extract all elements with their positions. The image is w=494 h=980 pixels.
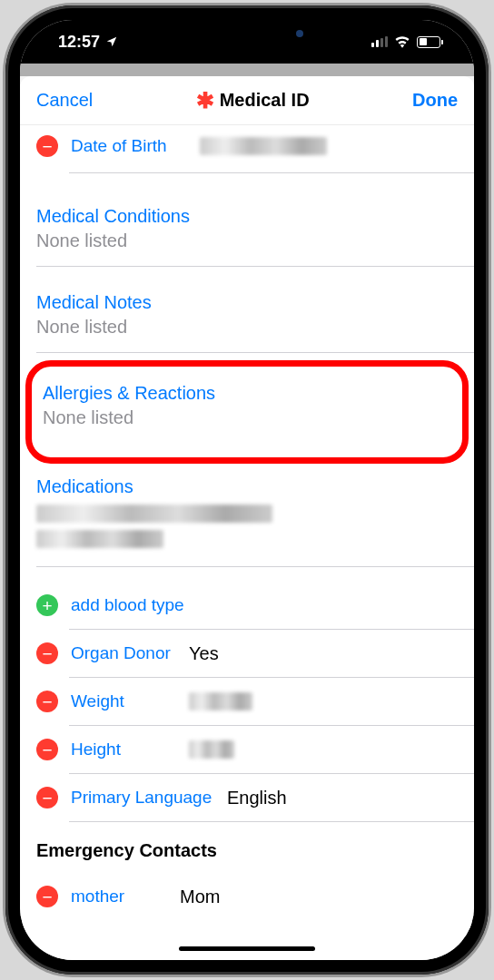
delete-icon[interactable]: − bbox=[36, 886, 58, 907]
organ-donor-row[interactable]: − Organ Donor Yes bbox=[20, 630, 474, 677]
screen: 12:57 Cancel bbox=[20, 20, 474, 960]
done-button[interactable]: Done bbox=[412, 90, 458, 111]
medications-section[interactable]: Medications bbox=[20, 471, 474, 559]
wifi-icon bbox=[394, 35, 410, 48]
delete-icon[interactable]: − bbox=[36, 691, 58, 712]
modal-sheet: Cancel ✱ Medical ID Done − Date of Birth bbox=[20, 76, 474, 960]
camera-dot bbox=[296, 30, 303, 37]
allergies-label: Allergies & Reactions bbox=[43, 383, 451, 404]
conditions-value: None listed bbox=[36, 230, 458, 251]
allergies-section-highlighted[interactable]: Allergies & Reactions None listed bbox=[25, 360, 469, 464]
notch bbox=[147, 20, 347, 47]
primary-language-label: Primary Language bbox=[71, 788, 227, 808]
height-value-redacted bbox=[189, 740, 234, 759]
organ-donor-label: Organ Donor bbox=[71, 643, 189, 663]
home-indicator[interactable] bbox=[179, 946, 315, 951]
notes-label: Medical Notes bbox=[36, 292, 458, 313]
medications-value-redacted bbox=[36, 501, 458, 552]
organ-donor-value: Yes bbox=[189, 643, 219, 664]
delete-icon[interactable]: − bbox=[36, 739, 58, 760]
delete-icon[interactable]: − bbox=[36, 135, 58, 157]
conditions-section[interactable]: Medical Conditions None listed bbox=[20, 195, 474, 259]
height-label: Height bbox=[71, 740, 189, 760]
medications-label: Medications bbox=[36, 476, 458, 497]
height-row[interactable]: − Height bbox=[20, 726, 474, 773]
dob-label: Date of Birth bbox=[71, 136, 200, 156]
battery-icon bbox=[417, 36, 443, 48]
primary-language-row[interactable]: − Primary Language English bbox=[20, 774, 474, 821]
primary-language-value: English bbox=[227, 788, 287, 808]
notes-value: None listed bbox=[36, 317, 458, 338]
emergency-contact-row[interactable]: − mother Mom bbox=[20, 870, 474, 917]
delete-icon[interactable]: − bbox=[36, 787, 58, 808]
allergies-value: None listed bbox=[43, 407, 451, 428]
add-blood-type-label: add blood type bbox=[71, 595, 184, 615]
title-text: Medical ID bbox=[220, 90, 310, 111]
contact-relation: mother bbox=[71, 887, 180, 906]
contact-name: Mom bbox=[180, 887, 220, 907]
conditions-label: Medical Conditions bbox=[36, 206, 458, 227]
cancel-button[interactable]: Cancel bbox=[36, 90, 93, 111]
medical-asterisk-icon: ✱ bbox=[196, 88, 214, 113]
phone-frame: 12:57 Cancel bbox=[5, 5, 489, 975]
weight-value-redacted bbox=[189, 692, 252, 710]
emergency-contacts-header: Emergency Contacts bbox=[20, 822, 474, 870]
location-icon bbox=[105, 35, 118, 48]
content-area[interactable]: − Date of Birth Medical Conditions None … bbox=[20, 125, 474, 960]
add-icon[interactable]: + bbox=[36, 594, 58, 616]
nav-bar: Cancel ✱ Medical ID Done bbox=[20, 76, 474, 125]
sheet-background bbox=[20, 64, 474, 76]
dob-row[interactable]: − Date of Birth bbox=[20, 125, 474, 172]
notes-section[interactable]: Medical Notes None listed bbox=[20, 281, 474, 345]
status-time: 12:57 bbox=[58, 33, 100, 52]
add-blood-type-row[interactable]: + add blood type bbox=[20, 582, 474, 629]
weight-label: Weight bbox=[71, 691, 189, 711]
dob-value-redacted bbox=[200, 137, 327, 155]
delete-icon[interactable]: − bbox=[36, 642, 58, 664]
signal-icon bbox=[371, 36, 388, 47]
weight-row[interactable]: − Weight bbox=[20, 678, 474, 725]
page-title: ✱ Medical ID bbox=[196, 88, 310, 113]
